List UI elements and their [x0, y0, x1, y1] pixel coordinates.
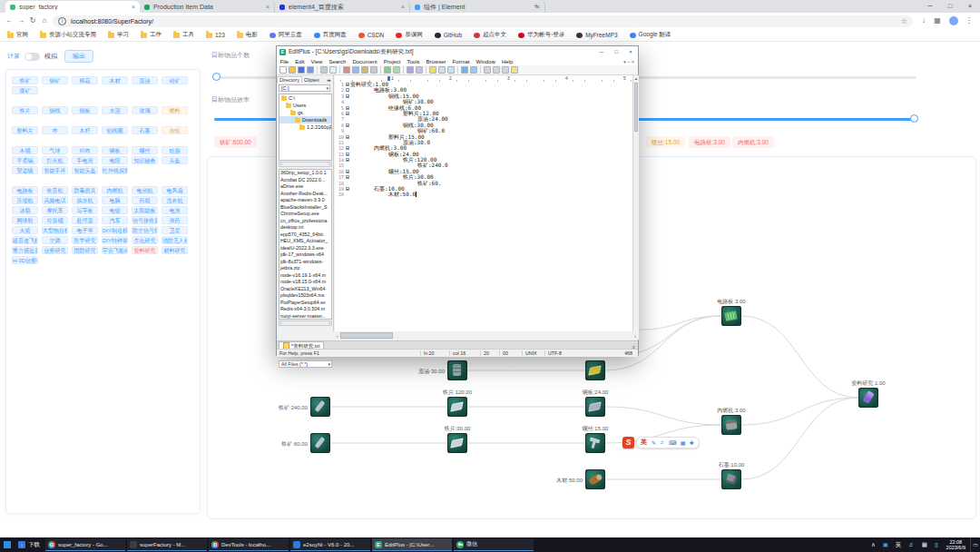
line-number-icon[interactable]	[438, 66, 446, 74]
sync-browser-icon[interactable]	[470, 66, 477, 74]
item-chip[interactable]: 弹药	[162, 216, 188, 224]
home-icon[interactable]: ⌂	[39, 15, 50, 26]
window-tile-icon[interactable]	[493, 66, 500, 74]
item-chip[interactable]: 塑料片	[12, 126, 38, 134]
more-icon[interactable]: ✚	[689, 439, 693, 446]
undo-icon[interactable]	[384, 66, 391, 74]
file-item[interactable]: plsqldev1503x64.ms	[279, 292, 331, 300]
toggle-marker-icon[interactable]	[429, 66, 436, 74]
item-chip[interactable]: 网球鞋	[12, 216, 38, 224]
browser-menu-icon[interactable]: ⋮	[964, 15, 975, 26]
help-icon[interactable]	[511, 66, 518, 74]
paste-icon[interactable]	[361, 66, 368, 74]
taskbar-button[interactable]: EEditPlus - [C:\User...	[372, 538, 452, 551]
editplus-close-button[interactable]: ×	[623, 49, 638, 54]
item-chip[interactable]: 电池	[162, 206, 188, 214]
bookmark-item[interactable]: MyFreeMP3	[576, 32, 617, 38]
taskbar-button[interactable]: 微信	[454, 538, 534, 551]
file-item[interactable]: jetbra.zip	[279, 265, 331, 272]
volume-icon[interactable]: ♬	[908, 541, 915, 549]
item-chip[interactable]: 木杆	[72, 126, 98, 134]
menu-edit[interactable]: Edit	[292, 59, 308, 64]
bookmark-item[interactable]: 资源小站交流专用	[40, 31, 96, 39]
output-button[interactable]: 输出	[64, 50, 93, 63]
print-preview-icon[interactable]	[329, 66, 337, 74]
graph-node-oil[interactable]	[447, 360, 467, 380]
tree-folder-item[interactable]: 1.2.2160p高码率	[279, 123, 331, 131]
item-chip[interactable]: H-3D侦察机	[12, 256, 38, 264]
tab-close-icon[interactable]: ×	[401, 4, 405, 10]
scroll-right-arrow[interactable]: ›	[634, 333, 636, 339]
item-chip[interactable]: 头盔	[162, 156, 188, 164]
new-tab-button[interactable]: +	[532, 3, 541, 12]
editplus-minimize-button[interactable]: ─	[594, 49, 609, 54]
vscroll-thumb[interactable]	[634, 83, 638, 132]
file-item[interactable]: cn_office_professiona	[279, 218, 331, 225]
graph-node-graphite[interactable]	[721, 469, 741, 489]
browser-tab[interactable]: super_factory×	[5, 1, 140, 13]
file-item[interactable]: jdk-8u371-windows-	[279, 259, 331, 266]
item-chip[interactable]: 药箱	[132, 196, 158, 204]
item-chip[interactable]: 抽水机	[72, 196, 98, 204]
bookmark-item[interactable]: 百度网盘	[314, 31, 347, 39]
file-item[interactable]: Redis-x64-3.0.504.m	[279, 306, 331, 313]
item-chip[interactable]: 铝线圈	[102, 126, 128, 134]
editor-hscrollbar[interactable]: ‹ ›	[335, 331, 639, 340]
tree-folder-item[interactable]: Downloads	[279, 116, 331, 123]
browser-view-icon[interactable]	[461, 66, 468, 74]
item-chip[interactable]: 棉花	[72, 76, 98, 84]
window-maximize-button[interactable]: □	[940, 0, 960, 13]
item-chip[interactable]: 生化研究	[132, 236, 158, 244]
target-count-slider-handle[interactable]	[212, 73, 220, 81]
file-item[interactable]: Another-Redis-Desk...	[279, 191, 331, 198]
window-close-button[interactable]: ×	[960, 0, 980, 13]
profile-avatar[interactable]	[949, 16, 958, 25]
taskbar-button[interactable]: DevTools - localho...	[209, 538, 289, 551]
back-icon[interactable]: ←	[4, 15, 15, 26]
file-item[interactable]: jdk-17_windows-x64	[279, 251, 331, 259]
item-chip[interactable]: 铁片	[12, 106, 38, 114]
window-cascade-icon[interactable]	[502, 66, 509, 74]
scroll-up-arrow[interactable]: ▲	[633, 75, 639, 82]
item-chip[interactable]: 冰箱	[12, 206, 38, 214]
message-icon[interactable]: ▣	[883, 541, 888, 549]
mic-icon[interactable]: ♬	[660, 439, 665, 446]
file-item[interactable]: 360zip_setup_1.0.0.1	[279, 170, 331, 177]
item-chip[interactable]: 消防无人机	[162, 236, 188, 244]
redo-icon[interactable]	[393, 66, 400, 74]
tree-folder-item[interactable]: Users	[279, 102, 331, 109]
hidden-icons-chevron[interactable]: ∧	[871, 541, 876, 549]
taskbar-button[interactable]: superFactory - M...	[127, 538, 207, 551]
pen-icon[interactable]: ✎	[652, 439, 656, 446]
copy-icon[interactable]	[352, 66, 359, 74]
item-chip[interactable]: 卫星	[162, 226, 188, 234]
item-chip[interactable]: 防空信号灯	[132, 226, 158, 234]
editor-text-area[interactable]: 1资料研究:1.002电路板:3.003铜线:15.004铜矿:30.005绝缘…	[335, 82, 632, 331]
item-chip[interactable]: 铜板	[72, 106, 98, 114]
bookmark-item[interactable]: 工作	[141, 31, 162, 39]
item-chip[interactable]: 大型拖拉机	[42, 226, 68, 234]
graph-node-circuit[interactable]	[721, 306, 741, 326]
item-chip[interactable]: 水泥	[102, 106, 128, 114]
bookmark-star-icon[interactable]: ☆	[901, 17, 907, 25]
window-minimize-button[interactable]: ─	[920, 0, 940, 13]
keyboard-icon[interactable]: ⌨	[669, 439, 677, 446]
find-icon[interactable]	[407, 66, 414, 74]
item-chip[interactable]: 垃圾桶	[42, 216, 68, 224]
item-chip[interactable]: 电阻	[102, 156, 128, 164]
word-wrap-icon[interactable]	[447, 66, 455, 74]
file-list-hscrollbar[interactable]: ‹›	[279, 320, 332, 326]
reload-icon[interactable]: ↻	[27, 15, 38, 26]
graph-node-engine[interactable]	[721, 415, 741, 435]
item-chip[interactable]: 收音机	[42, 186, 68, 194]
item-chip[interactable]: 燃料	[162, 106, 188, 114]
bookmark-item[interactable]: Google 翻译	[630, 31, 671, 39]
item-chip[interactable]: 硅矿	[162, 76, 188, 84]
open-file-icon[interactable]	[289, 66, 296, 74]
new-file-icon[interactable]	[279, 66, 287, 74]
file-item[interactable]: aDrive.exe	[279, 183, 331, 191]
bookmark-item[interactable]: CSDN	[358, 32, 384, 38]
item-chip[interactable]: 螺丝	[132, 146, 158, 154]
item-chip[interactable]: 空调	[42, 236, 68, 244]
file-item[interactable]: node-v18.15.0-x64.m	[279, 279, 331, 286]
